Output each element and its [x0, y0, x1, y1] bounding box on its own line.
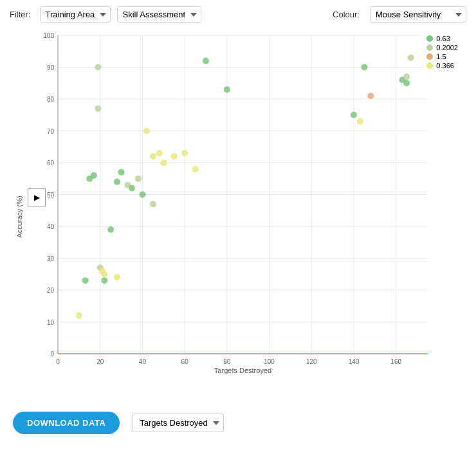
- svg-point-51: [101, 271, 107, 277]
- legend-item-label: 1.5: [436, 53, 446, 60]
- svg-point-58: [139, 192, 145, 198]
- svg-point-69: [351, 112, 357, 118]
- svg-point-77: [101, 277, 107, 284]
- svg-point-64: [171, 153, 178, 160]
- legend-item-label: 0.2002: [436, 44, 458, 51]
- svg-text:60: 60: [47, 160, 55, 167]
- svg-point-76: [408, 55, 414, 61]
- svg-point-60: [143, 128, 150, 134]
- svg-point-72: [367, 93, 374, 99]
- svg-text:20: 20: [47, 287, 55, 294]
- svg-point-48: [95, 64, 101, 71]
- svg-point-71: [361, 64, 367, 71]
- svg-point-54: [118, 169, 125, 176]
- svg-point-78: [114, 274, 120, 280]
- svg-text:40: 40: [47, 223, 55, 230]
- colour-label: Colour:: [333, 10, 360, 19]
- x-axis-select[interactable]: Targets Destroyed: [133, 414, 224, 432]
- svg-text:10: 10: [47, 319, 55, 326]
- scatter-chart: 0204060801001201401600102030405060708090…: [29, 29, 460, 402]
- legend-item: 1.5: [426, 53, 458, 60]
- svg-point-43: [76, 313, 82, 319]
- svg-point-74: [403, 80, 410, 86]
- svg-text:50: 50: [47, 192, 55, 199]
- svg-text:140: 140: [349, 358, 360, 365]
- svg-text:90: 90: [47, 64, 55, 71]
- svg-point-61: [150, 153, 156, 160]
- top-bar: Filter: Training Area Skill Assessment C…: [0, 0, 476, 29]
- filter2-select[interactable]: Skill Assessment: [117, 6, 201, 23]
- svg-point-62: [156, 150, 163, 156]
- legend-color-dot: [426, 35, 433, 42]
- bottom-area: DOWNLOAD DATA Targets Destroyed: [0, 405, 476, 441]
- svg-point-63: [160, 160, 167, 166]
- legend-color-dot: [426, 62, 433, 69]
- svg-text:Targets Destroyed: Targets Destroyed: [214, 367, 271, 374]
- filter1-select[interactable]: Training Area: [40, 6, 111, 23]
- svg-point-47: [95, 105, 101, 112]
- chart-legend: 0.630.20021.50.366: [421, 32, 463, 73]
- svg-point-52: [107, 226, 114, 233]
- svg-point-75: [403, 73, 410, 80]
- download-button[interactable]: DOWNLOAD DATA: [13, 412, 120, 434]
- svg-text:40: 40: [139, 358, 147, 365]
- svg-text:120: 120: [306, 358, 317, 365]
- svg-text:80: 80: [223, 358, 231, 365]
- svg-text:30: 30: [47, 255, 55, 262]
- svg-text:20: 20: [96, 358, 104, 365]
- svg-text:0: 0: [50, 351, 54, 358]
- svg-point-44: [82, 277, 89, 284]
- svg-point-53: [114, 179, 120, 185]
- svg-text:70: 70: [47, 128, 55, 135]
- svg-text:160: 160: [390, 358, 401, 365]
- y-axis-label: Accuracy (%): [15, 196, 23, 237]
- svg-point-68: [224, 86, 230, 93]
- legend-item: 0.63: [426, 35, 458, 42]
- legend-item: 0.366: [426, 62, 458, 69]
- svg-point-66: [192, 166, 199, 172]
- legend-item-label: 0.366: [436, 62, 454, 69]
- svg-point-65: [181, 150, 188, 156]
- svg-point-57: [135, 176, 142, 182]
- filter-label: Filter:: [10, 10, 31, 19]
- svg-text:60: 60: [181, 358, 189, 365]
- svg-point-70: [357, 118, 363, 125]
- svg-text:80: 80: [47, 96, 55, 103]
- colour-select[interactable]: Mouse Sensitivity: [370, 6, 466, 23]
- chart-area: ▶ Accuracy (%) 0204060801001201401600102…: [10, 29, 466, 404]
- svg-point-59: [150, 201, 156, 207]
- svg-point-46: [91, 172, 97, 179]
- svg-text:100: 100: [43, 32, 54, 39]
- svg-point-56: [129, 185, 135, 192]
- legend-color-dot: [426, 53, 433, 60]
- svg-point-67: [203, 58, 209, 64]
- svg-text:0: 0: [56, 358, 60, 365]
- legend-item-label: 0.63: [436, 35, 450, 42]
- svg-text:100: 100: [264, 358, 275, 365]
- legend-color-dot: [426, 44, 433, 51]
- legend-item: 0.2002: [426, 44, 458, 51]
